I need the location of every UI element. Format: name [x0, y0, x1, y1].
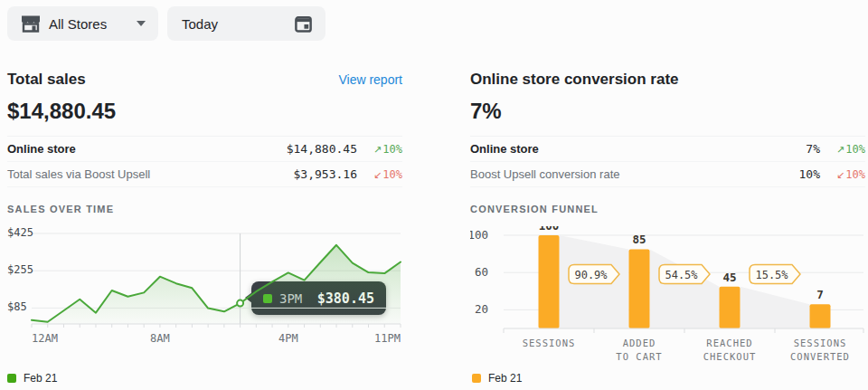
conversion-rate-value: 7% — [470, 99, 865, 124]
funnel-category-label: ADDEDTO CART — [616, 338, 662, 362]
conversion-badge-label: 54.5% — [665, 269, 698, 281]
conversion-funnel-title: CONVERSION FUNNEL — [470, 204, 865, 214]
total-sales-title: Total sales — [7, 71, 86, 89]
metric-delta-badge: ↗10% — [357, 143, 402, 156]
sales-chart-legend: Feb 21 — [7, 372, 57, 385]
conversion-badge-label: 15.5% — [755, 269, 788, 281]
chevron-down-icon — [137, 21, 146, 26]
metric-label: Online store — [470, 142, 806, 156]
storefront-icon — [20, 14, 42, 33]
sales-area-fill — [32, 245, 401, 324]
x-axis-label: 11PM — [374, 332, 401, 345]
conversion-badge-label: 90.9% — [574, 269, 608, 281]
analytics-dashboard: { "header": { "store_selector_label": "A… — [0, 0, 868, 390]
trend-up-icon: ↗ — [836, 144, 844, 155]
bar-value-label: 100 — [539, 226, 560, 233]
legend-swatch-green — [7, 374, 16, 383]
metric-value: 10% — [799, 167, 820, 181]
y-axis-label: $85 — [7, 300, 27, 313]
date-range-label: Today — [182, 16, 218, 32]
trend-down-icon: ↙ — [373, 169, 382, 180]
y-axis-label: $425 — [7, 226, 33, 239]
funnel-dropoff-area — [741, 287, 810, 328]
legend-swatch-orange — [472, 374, 481, 383]
delta-percent: 10% — [845, 143, 865, 156]
conversion-funnel-chart[interactable]: 20601001008545790.9%54.5%15.5%SESSIONSAD… — [470, 226, 865, 362]
legend-label: Feb 21 — [24, 372, 57, 385]
funnel-bar — [629, 249, 650, 328]
legend-label: Feb 21 — [488, 372, 522, 385]
x-axis-label: 12AM — [32, 332, 58, 345]
trend-up-icon: ↗ — [373, 144, 382, 155]
sales-over-time-title: SALES OVER TIME — [7, 204, 402, 214]
conversion-metric-rows: Online store 7% ↗10% Boost Upsell conver… — [470, 136, 865, 187]
conversion-rate-title: Online store conversion rate — [470, 71, 679, 89]
y-axis-label: 20 — [475, 302, 488, 316]
bar-value-label: 85 — [632, 233, 646, 246]
trend-down-icon: ↙ — [836, 169, 844, 180]
metric-label: Online store — [7, 142, 287, 156]
metric-value: $14,880.45 — [287, 142, 357, 156]
metric-value: 7% — [806, 142, 820, 156]
metric-delta-badge: ↗10% — [820, 143, 865, 156]
funnel-category-label: SESSIONSCONVERTED — [790, 338, 850, 362]
date-range-selector[interactable]: Today — [167, 6, 326, 41]
x-axis-label: 4PM — [278, 332, 298, 345]
funnel-bar — [539, 235, 560, 328]
metric-delta-badge: ↙10% — [820, 168, 865, 181]
store-selector-label: All Stores — [49, 16, 107, 32]
funnel-category-label: REACHEDCHECKOUT — [703, 338, 757, 362]
y-axis-label: 100 — [470, 228, 488, 242]
sales-metric-rows: Online store $14,880.45 ↗10% Total sales… — [7, 136, 402, 187]
total-sales-card: Total sales View report $14,880.45 Onlin… — [7, 69, 402, 362]
metric-row-boost-upsell: Total sales via Boost Upsell $3,953.16 ↙… — [7, 162, 402, 187]
y-axis-label: 60 — [475, 265, 488, 279]
conversion-rate-card: Online store conversion rate 7% Online s… — [470, 69, 865, 362]
funnel-bar — [720, 287, 741, 328]
delta-percent: 10% — [845, 168, 865, 181]
hover-marker — [237, 300, 243, 307]
metric-row-online-store: Online store $14,880.45 ↗10% — [7, 137, 402, 162]
metric-value: $3,953.16 — [294, 167, 357, 181]
funnel-chart-legend: Feb 21 — [472, 372, 522, 385]
x-axis-label: 8AM — [150, 332, 170, 345]
bar-value-label: 7 — [816, 288, 824, 301]
metric-label: Total sales via Boost Upsell — [7, 167, 294, 181]
funnel-dropoff-area — [650, 249, 720, 328]
metric-row-boost-upsell: Boost Upsell conversion rate 10% ↙10% — [470, 162, 865, 187]
funnel-bar — [810, 304, 831, 328]
delta-percent: 10% — [382, 168, 402, 181]
delta-percent: 10% — [382, 143, 402, 156]
total-sales-value: $14,880.45 — [7, 99, 402, 124]
calendar-icon — [294, 14, 313, 33]
view-report-link[interactable]: View report — [338, 72, 402, 87]
metric-row-online-store: Online store 7% ↗10% — [470, 137, 865, 162]
sales-chart-svg — [7, 226, 402, 330]
y-axis-label: $255 — [7, 263, 33, 276]
store-selector[interactable]: All Stores — [7, 6, 158, 41]
sales-over-time-chart[interactable]: 3PM $380.45 $85$255$42512AM8AM4PM11PM — [7, 226, 402, 362]
funnel-chart-svg: 20601001008545790.9%54.5%15.5%SESSIONSAD… — [470, 226, 865, 367]
funnel-category-label: SESSIONS — [523, 338, 576, 348]
bar-value-label: 45 — [722, 271, 736, 284]
metric-delta-badge: ↙10% — [357, 168, 402, 181]
metric-label: Boost Upsell conversion rate — [470, 167, 799, 181]
